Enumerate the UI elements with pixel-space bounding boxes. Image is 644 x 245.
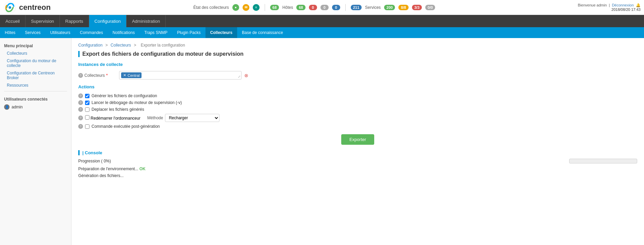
console-log: Préparation de l'environnement... OK Gén… [78, 165, 637, 179]
centreon-logo-icon [3, 1, 16, 14]
central-tag-remove[interactable]: ✕ [123, 73, 126, 77]
hosts-down-badge: 0 [309, 5, 317, 10]
export-button[interactable]: Exporter [341, 134, 374, 145]
action5-help-icon[interactable]: ? [78, 124, 83, 129]
action-2-row: ? Lancer le débogage du moteur de superv… [78, 100, 637, 105]
user-name: admin [12, 105, 23, 109]
action1-help-icon[interactable]: ? [78, 93, 83, 98]
sidebar-item-moteur[interactable]: Configuration du moteur de collecte [0, 57, 71, 69]
remove-all-button[interactable]: ⊗ [244, 73, 248, 78]
nav-hotes[interactable]: Hôtes [0, 27, 20, 38]
action4-checkbox[interactable] [85, 115, 89, 120]
services-ok-badge: 200 [384, 5, 395, 10]
nav-plugin-packs[interactable]: Plugin Packs [172, 27, 205, 38]
welcome-text: Bienvenue admin | Déconnexion 🔔 [578, 3, 641, 7]
services-label: Services [365, 5, 381, 10]
services-total-badge: 211 [351, 5, 362, 10]
action3-checkbox[interactable] [85, 107, 89, 112]
nav-supervision[interactable]: Supervision [26, 15, 60, 27]
breadcrumb-configuration[interactable]: Configuration [78, 43, 102, 48]
nav-accueil[interactable]: Accueil [0, 15, 26, 27]
collectors-status-label: État des collecteurs [193, 5, 229, 10]
action5-label[interactable]: Commande exécutée post-génération [85, 124, 160, 129]
hosts-label: Hôtes [282, 5, 293, 10]
action3-label[interactable]: Deplacer les fichiers générés [85, 107, 144, 112]
status-bar: État des collecteurs ● ✉ ≡ 68 Hôtes 68 0… [193, 4, 435, 11]
collectors-tag-input[interactable]: ✕ Central ⤢ [119, 71, 242, 80]
top-bar: centreon État des collecteurs ● ✉ ≡ 68 H… [0, 0, 644, 15]
action3-help-icon[interactable]: ? [78, 107, 83, 112]
nav-base-connaissance[interactable]: Base de connaissance [237, 27, 288, 38]
nav-administration[interactable]: Administration [127, 15, 166, 27]
action2-help-icon[interactable]: ? [78, 100, 83, 105]
breadcrumb: Configuration > Collecteurs > Exporter l… [78, 43, 637, 48]
hosts-pending-badge: 0 [332, 5, 340, 10]
logo-text: centreon [19, 3, 51, 12]
nav-notifications[interactable]: Notifications [108, 27, 139, 38]
collector-dot-1: ● [232, 4, 239, 11]
progress-label: Progression ( 0%) [78, 159, 111, 163]
collectors-form-row: ? Collecteurs * ✕ Central ⤢ ⊗ [78, 71, 637, 80]
nav-services[interactable]: Services [20, 27, 45, 38]
secondary-nav: Hôtes Services Utilisateurs Commandes No… [0, 27, 644, 38]
collectors-label: ? Collecteurs * [78, 73, 119, 78]
actions-heading: Actions [78, 84, 637, 89]
instances-heading: Instances de collecte [78, 62, 637, 67]
hosts-total-badge: 68 [270, 5, 279, 10]
actions-section: Actions ? Générer les fichiers de config… [78, 84, 637, 129]
collector-dot-3: ≡ [253, 4, 260, 11]
central-tag-label: Central [128, 73, 139, 77]
breadcrumb-current: Exporter la configuration [141, 43, 185, 48]
primary-nav: Accueil Supervision Rapports Configurati… [0, 15, 644, 27]
nav-configuration[interactable]: Configuration [89, 15, 127, 27]
action-1-row: ? Générer les fichiers de configuration [78, 93, 637, 98]
collector-dot-2: ✉ [243, 4, 249, 11]
console-title: | Console [78, 150, 637, 155]
action1-label[interactable]: Générer les fichiers de configuration [85, 93, 157, 98]
sidebar-item-broker[interactable]: Configuration de Centreon Broker [0, 69, 71, 82]
action4-help-icon[interactable]: ? [78, 116, 83, 120]
action-4-row: ? Redémarrer l'ordonnanceur Méthode Rech… [78, 114, 637, 122]
action4-label[interactable]: Redémarrer l'ordonnanceur [85, 115, 141, 121]
action1-checkbox[interactable] [85, 94, 89, 98]
nav-rapports[interactable]: Rapports [60, 15, 89, 27]
progress-bar-container [569, 159, 637, 163]
sidebar-section-title-1: Menu principal [0, 41, 71, 50]
services-warning-badge: 8/8 [398, 5, 408, 10]
breadcrumb-collecteurs[interactable]: Collecteurs [111, 43, 131, 48]
main-content: Configuration > Collecteurs > Exporter l… [71, 38, 644, 245]
export-button-container: Exporter [78, 134, 637, 145]
logo-area: centreon [3, 1, 51, 14]
svg-point-1 [9, 6, 11, 9]
sidebar-divider [4, 91, 67, 91]
action2-label[interactable]: Lancer le débogage du moteur de supervis… [85, 100, 182, 105]
nav-traps-snmp[interactable]: Traps SNMP [139, 27, 172, 38]
top-right: Bienvenue admin | Déconnexion 🔔 2018/08/… [578, 3, 641, 12]
log-line-1: Préparation de l'environnement... OK [78, 165, 637, 172]
services-critical-badge: 3/3 [412, 5, 422, 10]
divider-2 [345, 4, 346, 11]
console-section: | Console Progression ( 0%) Préparation … [78, 150, 637, 179]
sidebar-item-ressources[interactable]: Ressources [0, 82, 71, 89]
logout-link[interactable]: Déconnexion [612, 3, 634, 7]
method-select[interactable]: Recharger Redémarrer Arrêter [165, 114, 219, 122]
collectors-help-icon[interactable]: ? [78, 73, 83, 78]
user-avatar-icon: 👤 [4, 104, 10, 110]
action2-checkbox[interactable] [85, 101, 89, 105]
hosts-unreachable-badge: 0 [320, 5, 329, 10]
services-unknown-badge: 0/0 [425, 5, 435, 10]
action-3-row: ? Deplacer les fichiers générés [78, 107, 637, 112]
action5-checkbox[interactable] [85, 124, 89, 129]
nav-utilisateurs[interactable]: Utilisateurs [45, 27, 75, 38]
breadcrumb-sep-2: > [134, 43, 137, 48]
nav-collecteurs[interactable]: Collecteurs [205, 27, 237, 38]
sidebar-user: 👤 admin [0, 103, 71, 111]
nav-commandes[interactable]: Commandes [75, 27, 108, 38]
sidebar-item-collecteurs[interactable]: Collecteurs [0, 50, 71, 57]
sidebar: Menu principal Collecteurs Configuration… [0, 38, 71, 245]
log-line-2: Génération des fichiers... [78, 172, 637, 179]
sidebar-section-title-2: Utilisateurs connectés [0, 93, 71, 103]
breadcrumb-sep-1: > [105, 43, 109, 48]
divider-1 [265, 4, 265, 11]
progress-row: Progression ( 0%) [78, 159, 637, 163]
